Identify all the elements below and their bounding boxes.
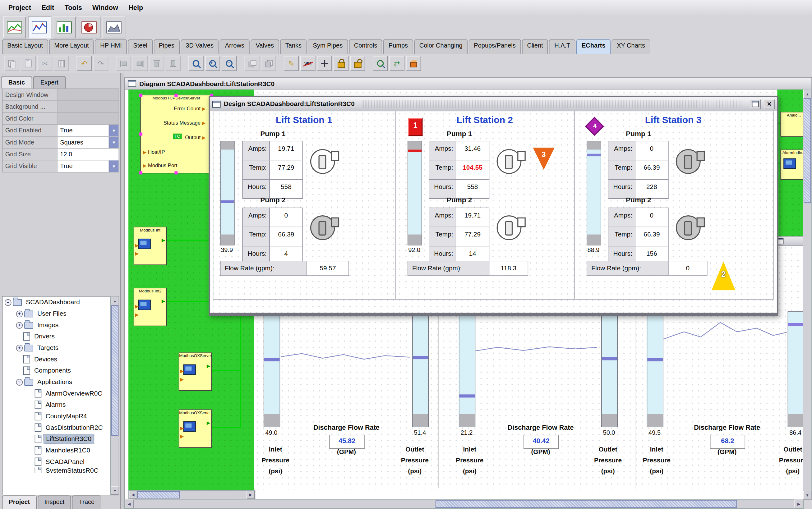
- sim-button[interactable]: SIM: [300, 56, 315, 71]
- pin-output[interactable]: Output ▶: [185, 135, 205, 140]
- palette-tab-echarts[interactable]: ECharts: [576, 39, 611, 54]
- node-analog-partial[interactable]: Analo... ▶: [780, 112, 804, 137]
- palette-tab-sym-pipes[interactable]: Sym Pipes: [308, 39, 348, 54]
- canvas-hscrollbar[interactable]: ◀ ▶: [128, 490, 255, 500]
- tree-item-countymapr4[interactable]: CountyMapR4: [2, 410, 111, 422]
- align-bottom-button[interactable]: [166, 56, 181, 71]
- pie-chart-button[interactable]: [78, 16, 100, 38]
- canvas-scroll-right-button[interactable]: ▶: [247, 491, 255, 499]
- bottom-tab-inspect[interactable]: Inspect: [38, 495, 71, 509]
- node-modbus-tcp-device-server[interactable]: ModbusTCPDeviceServer Error Count ▶ Stat…: [140, 95, 212, 173]
- echart-line-green-button[interactable]: [3, 16, 26, 38]
- palette-tab-3d-valves[interactable]: 3D Valves: [181, 39, 219, 54]
- menu-help[interactable]: Help: [123, 2, 148, 13]
- palette-tab-h-a-t[interactable]: H.A.T: [549, 39, 576, 54]
- tree-item-alarms[interactable]: Alarms: [2, 399, 111, 410]
- palette-tab-steel[interactable]: Steel: [128, 39, 153, 54]
- pressure-tank-gauge[interactable]: [601, 311, 618, 427]
- redo-button[interactable]: ↷: [93, 56, 108, 71]
- delete-button[interactable]: [54, 56, 69, 71]
- move-button[interactable]: [317, 56, 332, 71]
- preview-button[interactable]: [373, 56, 388, 71]
- palette-tab-controls[interactable]: Controls: [349, 39, 382, 54]
- wetwell-level-gauge[interactable]: [408, 141, 422, 245]
- pressure-tank-gauge[interactable]: [412, 311, 429, 427]
- tree-item-user-files[interactable]: User Files: [2, 308, 111, 319]
- tree-item-manholesr1c0[interactable]: ManholesR1C0: [2, 445, 111, 456]
- close-button[interactable]: ✕: [764, 99, 775, 109]
- selection-handle[interactable]: [174, 94, 177, 97]
- vscroll-thumb[interactable]: [804, 99, 811, 203]
- lift-station-3-panel[interactable]: 4 Lift Station 3 Pump 1 88.9 Amps:0 Temp…: [574, 111, 772, 299]
- tree-toggle-icon[interactable]: [5, 299, 11, 306]
- tree-toggle-icon[interactable]: [16, 321, 23, 329]
- pin-modbus-port[interactable]: ▶ Modbus Port: [143, 163, 177, 168]
- design-window[interactable]: Design SCADADashboard:LiftStationR3C0 ✕ …: [208, 96, 778, 316]
- alarm-badge-orange-triangle[interactable]: 3: [533, 147, 555, 170]
- property-value-empty[interactable]: [58, 113, 119, 124]
- tree-item-liftstationr3c0[interactable]: LiftStationR3C0: [2, 433, 111, 445]
- tree-item-scadadashboard[interactable]: SCADADashboard: [2, 297, 111, 308]
- cut-button[interactable]: ✂: [37, 56, 52, 71]
- zoom-out-button[interactable]: [222, 56, 236, 71]
- canvas-scroll-thumb[interactable]: [137, 491, 180, 499]
- paste-button[interactable]: [21, 56, 36, 71]
- menu-project[interactable]: Project: [3, 2, 36, 13]
- palette-tab-popups-panels[interactable]: Popups/Panels: [469, 39, 521, 54]
- scroll-left-button[interactable]: ◀: [125, 499, 133, 508]
- tree-item-images[interactable]: Images: [2, 319, 111, 331]
- palette-tab-color-changing[interactable]: Color Changing: [414, 39, 467, 54]
- transform-button[interactable]: ⇄: [390, 56, 404, 71]
- tree-item-devices[interactable]: Devices: [2, 353, 111, 365]
- bar-chart-button[interactable]: [53, 16, 75, 38]
- wetwell-level-gauge[interactable]: [587, 141, 601, 245]
- palette-tab-basic-layout[interactable]: Basic Layout: [2, 39, 48, 54]
- maximize-button[interactable]: [750, 99, 761, 109]
- pump-1-icon[interactable]: [310, 148, 340, 174]
- area-chart-button[interactable]: [103, 16, 125, 38]
- align-top-button[interactable]: [149, 56, 164, 71]
- node-alarm-indicator-partial[interactable]: AlarmIndic... ▶: [780, 149, 804, 180]
- zoom-in-button[interactable]: [205, 56, 220, 71]
- pump-1-icon[interactable]: [676, 148, 706, 174]
- menu-window[interactable]: Window: [87, 2, 123, 13]
- selection-handle[interactable]: [174, 171, 177, 174]
- pump-2-icon[interactable]: [676, 214, 706, 240]
- pump-1-icon[interactable]: [497, 148, 527, 174]
- diagram-window-titlebar[interactable]: Diagram SCADADashboard:LiftStationR3C0: [124, 77, 812, 90]
- pressure-tank-gauge[interactable]: [647, 311, 663, 427]
- tree-scroll-up-button[interactable]: ▲: [111, 297, 119, 305]
- dropdown-arrow-icon[interactable]: ▼: [109, 137, 119, 148]
- tree-item-systemstatusr0c[interactable]: SystemStatusR0C: [2, 467, 111, 473]
- palette-tab-client[interactable]: Client: [522, 39, 548, 54]
- send-to-back-button[interactable]: [261, 56, 276, 71]
- property-value-empty[interactable]: [58, 101, 119, 112]
- property-value-empty[interactable]: [58, 89, 119, 101]
- design-window-titlebar[interactable]: Design SCADADashboard:LiftStationR3C0 ✕: [210, 97, 777, 111]
- property-value-dropdown[interactable]: True▼: [58, 160, 119, 172]
- pin-host-ip[interactable]: ▶ Host/IP: [143, 149, 165, 155]
- palette-tab-more-layout[interactable]: More Layout: [49, 39, 94, 54]
- pump-2-icon[interactable]: [310, 214, 340, 240]
- palette-tab-tanks[interactable]: Tanks: [280, 39, 307, 54]
- design-window-canvas[interactable]: Lift Station 1 Pump 1 39.9 Amps:19.71 Te…: [210, 111, 777, 313]
- property-tab-expert[interactable]: Expert: [33, 76, 66, 89]
- scroll-down-button[interactable]: ▼: [803, 491, 812, 499]
- hscroll-thumb[interactable]: [435, 500, 737, 508]
- palette-tab-pumps[interactable]: Pumps: [383, 39, 413, 54]
- pressure-tank-gauge[interactable]: [788, 311, 804, 427]
- bottom-tab-project[interactable]: Project: [2, 495, 37, 509]
- tree-toggle-icon[interactable]: [16, 310, 23, 317]
- alarm-badge-yellow-triangle[interactable]: 2: [712, 261, 736, 290]
- palette-tab-xy-charts[interactable]: XY Charts: [612, 39, 650, 54]
- tree-scroll-down-button[interactable]: ▼: [111, 486, 119, 495]
- main-hscrollbar[interactable]: ◀ ▶: [124, 499, 804, 509]
- palette-tab-valves[interactable]: Valves: [251, 39, 279, 54]
- node-modbusoxserver[interactable]: ModbusOXServer▶▶▶: [179, 352, 212, 391]
- canvas-scroll-left-button[interactable]: ◀: [129, 491, 137, 499]
- panel-splitter[interactable]: [121, 73, 124, 509]
- tree-scroll-thumb[interactable]: [111, 305, 119, 436]
- align-left-button[interactable]: [116, 56, 131, 71]
- node-modbusoxsene[interactable]: ModbusOXSene...▶▶▶: [179, 410, 212, 448]
- zoom-button[interactable]: [188, 56, 203, 71]
